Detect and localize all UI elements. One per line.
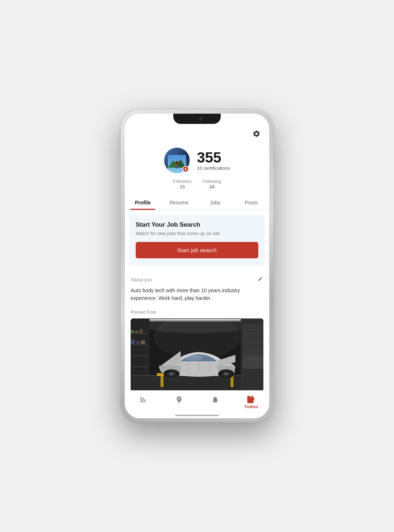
svg-point-38 <box>224 372 228 375</box>
notch <box>173 114 221 124</box>
svg-rect-44 <box>243 355 263 369</box>
pinned-post-title: Pinned Post <box>131 309 263 315</box>
nav-notifications[interactable] <box>197 394 233 411</box>
svg-rect-17 <box>135 331 139 333</box>
svg-point-35 <box>169 372 174 375</box>
edit-about-button[interactable] <box>258 276 263 283</box>
svg-rect-12 <box>131 333 148 335</box>
svg-rect-14 <box>131 355 148 356</box>
settings-button[interactable] <box>251 128 262 140</box>
about-title: About you <box>131 277 152 282</box>
certifications-label: 10 certifications <box>197 165 230 171</box>
about-header: About you <box>131 276 263 283</box>
followers-group: Followers 15 <box>173 179 192 189</box>
stats-container: 355 10 certifications <box>197 150 230 171</box>
following-count: 34 <box>209 184 214 189</box>
svg-rect-20 <box>136 341 140 344</box>
camera-lens <box>199 117 202 121</box>
tab-resume[interactable]: Resume <box>161 195 197 210</box>
svg-rect-28 <box>231 376 233 387</box>
svg-rect-18 <box>140 329 143 333</box>
nav-explore[interactable] <box>161 394 197 411</box>
nav-feed[interactable] <box>125 394 161 411</box>
start-job-search-button[interactable]: Start job search <box>136 242 258 258</box>
phone-mockup: 355 10 certifications Followers 15 Follo… <box>120 109 274 423</box>
about-text: Auto body tech with more than 10 years i… <box>131 287 263 302</box>
notification-badge <box>182 166 189 172</box>
svg-rect-42 <box>243 339 263 347</box>
phone-screen-container: 355 10 certifications Followers 15 Follo… <box>125 114 269 418</box>
tabs-container: Profile Resume Jobs Posts <box>125 195 269 210</box>
tab-profile[interactable]: Profile <box>125 195 161 210</box>
svg-rect-27 <box>161 376 163 387</box>
following-group: Following 34 <box>202 179 221 189</box>
svg-rect-21 <box>141 340 145 344</box>
svg-rect-43 <box>243 347 263 354</box>
nav-toolbox[interactable]: Toolbox <box>233 394 269 411</box>
score-number: 355 <box>197 150 230 165</box>
phone-frame: 355 10 certifications Followers 15 Follo… <box>120 109 274 423</box>
svg-rect-41 <box>243 332 263 339</box>
svg-rect-19 <box>131 340 135 344</box>
svg-rect-15 <box>131 366 148 367</box>
job-search-subtitle: Watch for new jobs that come up on site <box>136 231 258 236</box>
toolbox-label: Toolbox <box>244 405 258 409</box>
svg-rect-16 <box>131 330 134 333</box>
svg-rect-4 <box>175 165 178 168</box>
bottom-nav: Toolbox <box>125 390 269 418</box>
phone-screen: 355 10 certifications Followers 15 Follo… <box>125 114 269 418</box>
profile-header: 355 10 certifications Followers 15 Follo… <box>125 144 269 195</box>
avatar-stats-row: 355 10 certifications <box>164 148 230 173</box>
svg-point-3 <box>175 161 179 165</box>
followers-count: 15 <box>179 184 185 189</box>
tab-jobs[interactable]: Jobs <box>197 195 233 210</box>
followers-label: Followers <box>173 179 192 184</box>
svg-rect-13 <box>131 344 148 345</box>
home-indicator <box>175 415 219 416</box>
job-search-title: Start Your Job Search <box>136 221 258 228</box>
followers-following-row: Followers 15 Following 34 <box>173 179 221 189</box>
pinned-post-image <box>131 318 263 391</box>
tab-posts[interactable]: Posts <box>233 195 269 210</box>
avatar-container <box>164 148 190 173</box>
pinned-section: Pinned Post <box>125 306 269 394</box>
about-section: About you Auto body tech with more than … <box>125 270 269 306</box>
job-search-card: Start Your Job Search Watch for new jobs… <box>129 215 265 266</box>
svg-rect-40 <box>243 324 263 331</box>
following-label: Following <box>202 179 221 184</box>
